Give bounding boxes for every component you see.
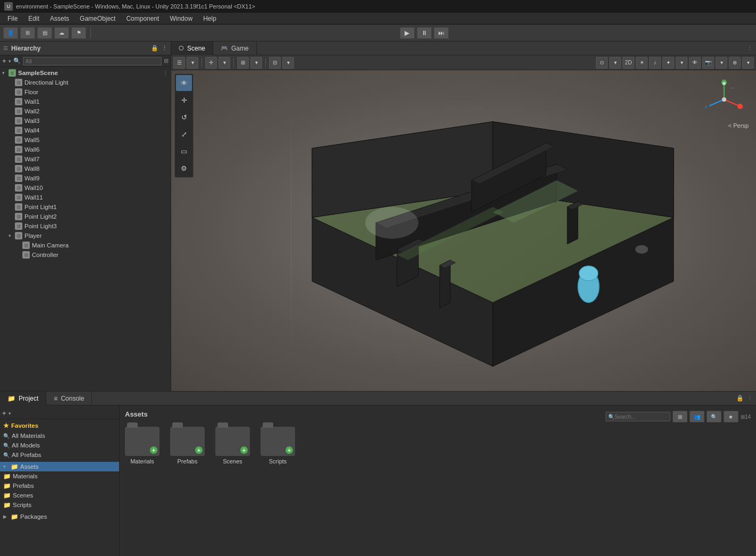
tool-rect[interactable]: ▭ bbox=[176, 143, 192, 159]
scene-tool-snap-arrow[interactable]: ▾ bbox=[282, 57, 294, 69]
scene-tool-grid-arrow[interactable]: ▾ bbox=[250, 57, 262, 69]
menu-window[interactable]: Window bbox=[164, 14, 198, 23]
scene-tool-cam[interactable]: 📷 bbox=[702, 57, 714, 69]
hierarchy-item-wall1[interactable]: ⊡Wall1 bbox=[0, 97, 171, 106]
scene-tool-2d[interactable]: 2D bbox=[623, 57, 634, 69]
hierarchy-item-dirlight[interactable]: ⊡ Directional Light bbox=[0, 78, 171, 87]
hierarchy-item-wall2[interactable]: ⊡Wall2 bbox=[0, 106, 171, 116]
scene-tool-draw[interactable]: ☰ bbox=[173, 57, 185, 69]
hierarchy-item-ptlight2[interactable]: ⊡Point Light2 bbox=[0, 212, 171, 221]
proj-item-scenes[interactable]: 📁 Scenes bbox=[0, 491, 119, 500]
hierarchy-item-wall9[interactable]: ⊡Wall9 bbox=[0, 173, 171, 183]
proj-item-all-models[interactable]: 🔍 All Models bbox=[0, 441, 119, 450]
assets-search-btn[interactable]: 🔍 bbox=[707, 411, 721, 422]
scene-tool-snap[interactable]: ⊟ bbox=[269, 57, 281, 69]
asset-folder-materials[interactable]: + Materials bbox=[125, 427, 159, 464]
proj-item-assets[interactable]: ▾ 📁 Assets bbox=[0, 462, 119, 471]
services-btn[interactable]: ⚑ bbox=[71, 27, 86, 39]
scene-tool-global-arrow[interactable]: ▾ bbox=[742, 57, 754, 69]
bottom-lock[interactable]: 🔒 bbox=[736, 395, 744, 402]
tab-project[interactable]: 📁 Project bbox=[0, 392, 46, 405]
hierarchy-item-ptlight1[interactable]: ⊡Point Light1 bbox=[0, 202, 171, 212]
hierarchy-add-btn[interactable]: + bbox=[2, 57, 6, 65]
step-button[interactable]: ⏭ bbox=[434, 27, 449, 39]
pause-button[interactable]: ⏸ bbox=[417, 27, 432, 39]
hierarchy-item-maincamera[interactable]: ⊡ Main Camera bbox=[0, 240, 171, 250]
bottom-menu[interactable]: ⋮ bbox=[747, 395, 753, 402]
tool-move[interactable]: ✛ bbox=[176, 92, 192, 108]
scene-tool-grid[interactable]: ⊞ bbox=[237, 57, 249, 69]
hierarchy-search-input[interactable] bbox=[23, 57, 162, 65]
menu-component[interactable]: Component bbox=[121, 14, 164, 23]
assets-fav-btn[interactable]: ★ bbox=[724, 411, 738, 422]
scene-tool-hidden[interactable]: 👁 bbox=[689, 57, 701, 69]
account-btn[interactable]: 👤 bbox=[3, 27, 18, 39]
proj-item-all-prefabs[interactable]: 🔍 All Prefabs bbox=[0, 450, 119, 460]
hierarchy-lock[interactable]: 🔒 bbox=[151, 45, 158, 52]
tool-scale[interactable]: ⤢ bbox=[176, 126, 192, 142]
scene-tool-fx-arrow[interactable]: ▾ bbox=[676, 57, 687, 69]
proj-item-scripts[interactable]: 📁 Scripts bbox=[0, 500, 119, 510]
hierarchy-item-wall8[interactable]: ⊡Wall8 bbox=[0, 164, 171, 173]
scene-tool-fx[interactable]: ✦ bbox=[662, 57, 674, 69]
asset-folder-scenes[interactable]: + Scenes bbox=[215, 427, 250, 464]
hierarchy-item-player[interactable]: ▾ ⊡ Player bbox=[0, 231, 171, 240]
tool-transform[interactable]: ⚙ bbox=[176, 160, 192, 176]
hierarchy-add-arrow[interactable]: ▾ bbox=[9, 59, 11, 64]
assets-collab-btn[interactable]: 👥 bbox=[690, 411, 704, 422]
menu-assets[interactable]: Assets bbox=[45, 14, 74, 23]
hierarchy-item-wall6[interactable]: ⊡Wall6 bbox=[0, 145, 171, 154]
samplescene-menu[interactable]: ⋮ bbox=[163, 70, 169, 77]
scene-tool-move-arrow[interactable]: ▾ bbox=[219, 57, 230, 69]
menu-gameobject[interactable]: GameObject bbox=[74, 14, 121, 23]
layers-btn[interactable]: ⊞ bbox=[20, 27, 35, 39]
scene-tool-audio[interactable]: ♪ bbox=[649, 57, 661, 69]
play-button[interactable]: ▶ bbox=[400, 27, 415, 39]
asset-folder-scripts[interactable]: + Scripts bbox=[261, 427, 295, 464]
assets-layout-btn[interactable]: ⊞ bbox=[673, 411, 687, 422]
hierarchy-item-floor[interactable]: ⊡ Floor bbox=[0, 87, 171, 97]
tab-scene[interactable]: ⬡ Scene bbox=[171, 42, 213, 55]
scene-viewport[interactable]: 👁 ✛ ↺ ⤢ ▭ ⚙ bbox=[171, 70, 756, 391]
hierarchy-options[interactable]: ⊞ bbox=[164, 57, 169, 64]
tab-game[interactable]: 🎮 Game bbox=[213, 42, 257, 55]
hierarchy-item-wall3[interactable]: ⊡Wall3 bbox=[0, 116, 171, 126]
scene-tool-global[interactable]: ⊕ bbox=[729, 57, 741, 69]
asset-folder-prefabs[interactable]: + Prefabs bbox=[170, 427, 205, 464]
hierarchy-item-wall5[interactable]: ⊡Wall5 bbox=[0, 135, 171, 145]
proj-item-materials[interactable]: 📁 Materials bbox=[0, 471, 119, 481]
hierarchy-item-samplescene[interactable]: ▾ S SampleScene ⋮ bbox=[0, 68, 171, 78]
scene-tool-move[interactable]: ✛ bbox=[205, 57, 217, 69]
menu-file[interactable]: File bbox=[2, 14, 23, 23]
hierarchy-item-controller[interactable]: ⊡ Controller bbox=[0, 250, 171, 260]
layout-btn[interactable]: ▤ bbox=[37, 27, 52, 39]
scene-tool-gizmos-dropdown[interactable]: ▾ bbox=[187, 57, 198, 69]
proj-item-prefabs[interactable]: 📁 Prefabs bbox=[0, 481, 119, 491]
proj-item-all-materials[interactable]: 🔍 All Materials bbox=[0, 431, 119, 441]
scene-tool-persp[interactable]: ⊙ bbox=[596, 57, 608, 69]
proj-item-packages[interactable]: ▶ 📁 Packages bbox=[0, 512, 119, 521]
scene-tool-cam-arrow[interactable]: ▾ bbox=[716, 57, 727, 69]
hierarchy-title: Hierarchy bbox=[11, 45, 40, 52]
project-add-btn[interactable]: + bbox=[2, 409, 6, 417]
hierarchy-menu[interactable]: ⋮ bbox=[162, 45, 167, 52]
menu-help[interactable]: Help bbox=[198, 14, 222, 23]
hierarchy-item-wall10[interactable]: ⊡Wall10 bbox=[0, 183, 171, 193]
tab-console[interactable]: ≡ Console bbox=[46, 392, 92, 405]
hierarchy-item-wall11[interactable]: ⊡Wall11 bbox=[0, 193, 171, 202]
scene-menu[interactable]: ⋮ bbox=[747, 45, 753, 52]
collab-btn[interactable]: ☁ bbox=[54, 27, 69, 39]
hierarchy-item-wall4[interactable]: ⊡Wall4 bbox=[0, 126, 171, 135]
assets-search-box[interactable]: 🔍 bbox=[606, 412, 670, 421]
scene-gizmo[interactable]: y x z — bbox=[703, 78, 745, 121]
tool-view[interactable]: 👁 bbox=[176, 75, 192, 91]
tool-rotate[interactable]: ↺ bbox=[176, 109, 192, 125]
scene-tool-persp-arrow[interactable]: ▾ bbox=[609, 57, 621, 69]
menu-edit[interactable]: Edit bbox=[23, 14, 45, 23]
assets-search-input[interactable] bbox=[615, 414, 668, 420]
project-add-arrow[interactable]: ▾ bbox=[9, 411, 11, 416]
favorites-header[interactable]: ★ Favorites bbox=[0, 420, 119, 431]
hierarchy-item-wall7[interactable]: ⊡Wall7 bbox=[0, 154, 171, 164]
hierarchy-item-ptlight3[interactable]: ⊡Point Light3 bbox=[0, 221, 171, 231]
scene-tool-light[interactable]: ☀ bbox=[636, 57, 648, 69]
